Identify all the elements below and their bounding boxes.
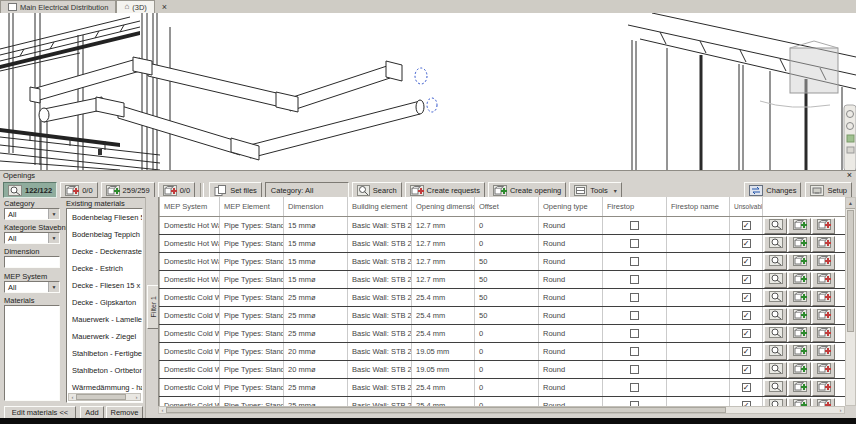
setup-button[interactable]: Setup: [805, 182, 852, 198]
tab-close-icon[interactable]: ×: [159, 1, 170, 13]
zoom-to-opening-button[interactable]: [764, 398, 787, 407]
create-request-row-button[interactable]: [812, 254, 835, 270]
scroll-left-icon[interactable]: ‹: [159, 407, 166, 413]
column-header[interactable]: Offset: [475, 197, 539, 216]
zoom-to-opening-button[interactable]: [764, 272, 787, 288]
table-row[interactable]: Domestic Cold WatePipe Types: Standard20…: [159, 343, 846, 361]
zoom-to-opening-button[interactable]: [764, 326, 787, 342]
column-header[interactable]: MEP Element: [220, 197, 284, 216]
column-header[interactable]: Building element: [348, 197, 412, 216]
changes-button[interactable]: Changes: [744, 182, 801, 198]
zoom-to-opening-button[interactable]: [764, 362, 787, 378]
unsolvable-checkbox[interactable]: ✓: [742, 311, 751, 320]
scrollbar-thumb[interactable]: [76, 394, 126, 400]
set-files-button[interactable]: Set files: [209, 182, 262, 198]
tools-button[interactable]: Tools ▾: [569, 182, 622, 198]
column-header[interactable]: Opening dimensions: [412, 197, 475, 216]
table-row[interactable]: Domestic Hot WaterPipe Types: Standard15…: [159, 235, 846, 253]
table-row[interactable]: Domestic Cold WatePipe Types: Standard25…: [159, 289, 846, 307]
zoom-to-opening-button[interactable]: [764, 308, 787, 324]
tab-main-electrical-distribution[interactable]: Main Electrical Distribution: [0, 0, 116, 13]
firestop-checkbox[interactable]: [630, 239, 639, 248]
create-opening-row-button[interactable]: [788, 344, 811, 360]
firestop-checkbox[interactable]: [630, 275, 639, 284]
rejected-counter-button[interactable]: 0/0: [158, 182, 195, 198]
create-opening-row-button[interactable]: [788, 380, 811, 396]
table-row[interactable]: Domestic Hot WaterPipe Types: Standard15…: [159, 217, 846, 235]
create-opening-row-button[interactable]: [788, 290, 811, 306]
column-header[interactable]: Firestop: [603, 197, 667, 216]
firestop-checkbox[interactable]: [630, 383, 639, 392]
unsolvable-checkbox[interactable]: ✓: [742, 221, 751, 230]
material-list-item[interactable]: Decke - Gipskarton: [67, 294, 142, 311]
column-header[interactable]: Dimension: [284, 197, 348, 216]
requests-counter-button[interactable]: 259/259: [101, 182, 155, 198]
material-list-item[interactable]: Decke - Estrich: [67, 260, 142, 277]
existing-materials-listbox[interactable]: Bodenbelag Fliesen 50 x 5Bodenbelag Tepp…: [66, 208, 143, 403]
materials-listbox[interactable]: [4, 305, 60, 401]
column-header[interactable]: Opening type: [539, 197, 603, 216]
create-request-row-button[interactable]: [812, 218, 835, 234]
unsolvable-checkbox[interactable]: ✓: [742, 347, 751, 356]
material-list-item[interactable]: Bodenbelag Fliesen 50 x 5: [67, 209, 142, 226]
material-list-item[interactable]: Stahlbeton - Ortbeton: [67, 362, 142, 379]
unsolvable-checkbox[interactable]: ✓: [742, 329, 751, 338]
unsolvable-checkbox[interactable]: ✓: [742, 383, 751, 392]
create-request-row-button[interactable]: [812, 236, 835, 252]
create-opening-row-button[interactable]: [788, 218, 811, 234]
table-row[interactable]: Domestic Hot WaterPipe Types: Standard15…: [159, 253, 846, 271]
table-row[interactable]: Domestic Cold WatePipe Types: Standard25…: [159, 379, 846, 397]
create-opening-row-button[interactable]: [788, 272, 811, 288]
zoom-to-opening-button[interactable]: [764, 344, 787, 360]
tab-3d[interactable]: ⌂ (3D): [116, 0, 154, 13]
zoom-to-opening-button[interactable]: [764, 218, 787, 234]
search-button[interactable]: Search: [352, 182, 402, 198]
column-header[interactable]: MEP System: [160, 197, 220, 216]
scroll-left-icon[interactable]: ‹: [69, 394, 76, 400]
create-opening-row-button[interactable]: [788, 398, 811, 407]
firestop-checkbox[interactable]: [630, 347, 639, 356]
unsolvable-checkbox[interactable]: ✓: [742, 239, 751, 248]
column-header[interactable]: Firestop name: [667, 197, 730, 216]
table-row[interactable]: Domestic Cold WatePipe Types: Standard25…: [159, 325, 846, 343]
table-row[interactable]: Domestic Cold WatePipe Types: Standard25…: [159, 307, 846, 325]
firestop-checkbox[interactable]: [630, 365, 639, 374]
unsolvable-checkbox[interactable]: ✓: [742, 365, 751, 374]
material-list-item[interactable]: Decke - Deckenraster: [67, 243, 142, 260]
material-list-item[interactable]: Stahlbeton - Fertigbeton: [67, 345, 142, 362]
unsolvable-checkbox[interactable]: ✓: [742, 293, 751, 302]
table-vertical-scrollbar[interactable]: ▲: [845, 197, 856, 406]
material-list-item[interactable]: Decke - Fliesen 15 x 15: [67, 277, 142, 294]
firestop-checkbox[interactable]: [630, 311, 639, 320]
table-row[interactable]: Domestic Cold WatePipe Types: Standard25…: [159, 397, 846, 406]
column-header[interactable]: Unsolvable: [730, 197, 763, 216]
zoom-to-opening-button[interactable]: [764, 236, 787, 252]
material-list-item[interactable]: Mauerwerk - Lamellen: [67, 311, 142, 328]
create-request-row-button[interactable]: [812, 272, 835, 288]
category-select[interactable]: All▼: [4, 208, 60, 220]
firestop-checkbox[interactable]: [630, 293, 639, 302]
material-list-item[interactable]: Bodenbelag Teppich: [67, 226, 142, 243]
create-opening-row-button[interactable]: [788, 362, 811, 378]
category-filter-field[interactable]: Category: All: [265, 182, 349, 198]
create-request-row-button[interactable]: [812, 308, 835, 324]
zoom-to-opening-button[interactable]: [764, 290, 787, 306]
zoom-to-opening-button[interactable]: [764, 254, 787, 270]
firestop-checkbox[interactable]: [630, 257, 639, 266]
create-request-row-button[interactable]: [812, 290, 835, 306]
zoom-to-opening-button[interactable]: [764, 380, 787, 396]
scroll-right-icon[interactable]: ›: [133, 394, 140, 400]
unsolvable-checkbox[interactable]: ✓: [742, 257, 751, 266]
create-request-row-button[interactable]: [812, 398, 835, 407]
firestop-checkbox[interactable]: [630, 221, 639, 230]
unplaced-counter-button[interactable]: 0/0: [60, 182, 97, 198]
firestop-checkbox[interactable]: [630, 329, 639, 338]
mep-system-select[interactable]: All▼: [4, 281, 60, 293]
3d-viewport[interactable]: [0, 13, 856, 170]
create-opening-row-button[interactable]: [788, 236, 811, 252]
openings-counter-button[interactable]: 122/122: [3, 182, 57, 198]
table-row[interactable]: Domestic Hot WaterPipe Types: Standard15…: [159, 271, 846, 289]
scrollbar-thumb[interactable]: [847, 210, 854, 332]
kategorie-select[interactable]: All▼: [4, 232, 60, 244]
unsolvable-checkbox[interactable]: ✓: [742, 275, 751, 284]
